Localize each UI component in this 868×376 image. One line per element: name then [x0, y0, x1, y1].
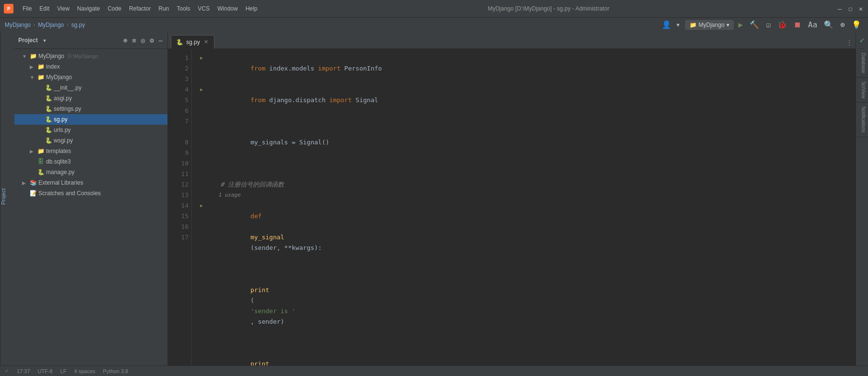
menu-code[interactable]: Code: [104, 3, 125, 14]
status-position[interactable]: 17:37: [17, 368, 30, 374]
project-panel-label[interactable]: Project: [0, 32, 14, 365]
panel-tab-database[interactable]: Database: [856, 49, 868, 78]
keyword: import: [329, 96, 352, 104]
panel-tab-notifications[interactable]: Notifications: [856, 103, 868, 137]
tree-item-asgi[interactable]: 🐍 asgi.py: [14, 93, 167, 104]
breadcrumb-current[interactable]: sg.py: [71, 22, 85, 28]
tree-item-templates[interactable]: ▶ 📁 templates: [14, 146, 167, 156]
menu-navigate[interactable]: Navigate: [74, 3, 103, 14]
breadcrumb-middle[interactable]: MyDjango: [38, 22, 64, 28]
code-line-6: [198, 169, 856, 179]
locate-file-icon[interactable]: ◎: [140, 35, 146, 45]
tree-label-index: index: [46, 63, 60, 70]
status-encoding[interactable]: UTF-8: [38, 368, 53, 374]
settings-icon[interactable]: ⚙: [149, 35, 155, 45]
search-button[interactable]: 🔍: [822, 19, 835, 30]
tab-bar: 🐍 sg.py ✕ ⋮: [168, 32, 856, 49]
code-text-7-comment: # 注册信号的回调函数: [205, 179, 856, 190]
code-line-3: [198, 116, 856, 127]
tree-label-wsgi: wsgi.py: [54, 137, 73, 144]
panel-tab-sciview[interactable]: SciView: [856, 78, 868, 103]
code-content[interactable]: ▶ from index.models import PersonInfo ▶ …: [192, 49, 856, 365]
tree-item-index[interactable]: ▶ 📁 index: [14, 61, 167, 72]
build-button[interactable]: 🔨: [748, 19, 761, 30]
scratches-icon: 📝: [29, 190, 37, 197]
debug-button[interactable]: 🐞: [775, 19, 789, 30]
tree-label-init: __init__.py: [54, 84, 82, 91]
tree-item-db[interactable]: 🗄 db.sqlite3: [14, 156, 167, 167]
tree-item-sg[interactable]: 🐍 sg.py: [14, 114, 167, 125]
code-text-7-usage: 1 usage: [205, 190, 856, 200]
status-indent[interactable]: 4 spaces: [74, 368, 95, 374]
sidebar-title: Project: [18, 37, 38, 44]
stop-button[interactable]: ⏹: [792, 19, 803, 30]
status-line-sep[interactable]: LF: [60, 368, 67, 374]
tab-file-icon: 🐍: [176, 39, 183, 46]
run-button[interactable]: ▶: [737, 19, 745, 30]
code-line-2: ▶ from django.dispatch import Signal: [198, 84, 856, 116]
tree-label-scratches: Scratches and Consoles: [38, 190, 101, 197]
keyword: import: [318, 65, 341, 72]
menu-tools[interactable]: Tools: [173, 3, 193, 14]
menu-vcs[interactable]: VCS: [194, 3, 213, 14]
close-button[interactable]: ✕: [857, 5, 864, 12]
py-file-icon: 🐍: [45, 84, 52, 91]
sidebar-header-actions: ⊕ ≡ ◎ ⚙ —: [121, 35, 164, 45]
minimize-button[interactable]: —: [836, 5, 843, 12]
tree-item-scratches[interactable]: 📝 Scratches and Consoles: [14, 188, 167, 199]
tab-sg-py[interactable]: 🐍 sg.py ✕: [171, 35, 214, 48]
py-file-icon: 🐍: [45, 106, 52, 112]
coverage-button[interactable]: ☑: [764, 19, 773, 30]
folder-icon: 📁: [37, 74, 45, 81]
breadcrumb-root[interactable]: MyDjango: [5, 22, 31, 28]
menu-edit[interactable]: Edit: [36, 3, 53, 14]
tree-item-urls[interactable]: 🐍 urls.py: [14, 125, 167, 135]
add-button[interactable]: ⊕: [838, 19, 847, 30]
py-file-icon: 🐍: [45, 116, 52, 123]
breadcrumb-sep-1: ›: [33, 22, 36, 28]
expand-icon: ▶: [30, 64, 36, 70]
status-lang[interactable]: Python 3.8: [103, 368, 129, 374]
tab-close-button[interactable]: ✕: [203, 38, 209, 46]
py-file-icon: 🐍: [45, 127, 52, 133]
tree-item-manage[interactable]: 🐍 manage.py: [14, 167, 167, 177]
close-sidebar-icon[interactable]: —: [158, 35, 164, 45]
tree-item-init[interactable]: 🐍 __init__.py: [14, 82, 167, 93]
tree-item-settings[interactable]: 🐍 settings.py: [14, 104, 167, 114]
tree-label-root: MyDjango: [38, 53, 64, 59]
function-name: my_signal: [250, 234, 284, 241]
gutter-icon-2: ▶: [198, 84, 205, 95]
plain: [250, 223, 254, 230]
tree-item-wsgi[interactable]: 🐍 wsgi.py: [14, 135, 167, 146]
tree-label-templates: templates: [46, 148, 71, 154]
folder-icon: 📁: [29, 53, 37, 59]
project-name: MyDjango: [699, 22, 725, 28]
tree-item-mydjango-folder[interactable]: ▼ 📁 MyDjango: [14, 72, 167, 82]
user-icon[interactable]: 👤 ▾: [660, 19, 682, 30]
tab-bar-right: ⋮: [846, 39, 853, 48]
menu-view[interactable]: View: [54, 3, 73, 14]
collapse-all-icon[interactable]: ≡: [131, 35, 137, 45]
sidebar-dropdown-icon[interactable]: ▾: [42, 35, 48, 45]
keyword-def: def: [250, 212, 262, 220]
project-folder-icon: 📁: [690, 22, 697, 28]
maximize-button[interactable]: ☐: [847, 5, 854, 12]
new-file-icon[interactable]: ⊕: [122, 35, 128, 45]
menu-file[interactable]: File: [19, 3, 35, 14]
menu-run[interactable]: Run: [155, 3, 172, 14]
far-right-panel: ✓ Database SciView Notifications: [856, 32, 868, 365]
project-selector[interactable]: 📁 MyDjango ▾: [685, 20, 734, 30]
translate-button[interactable]: Aa: [806, 19, 819, 30]
tree-item-external[interactable]: ▶ 📚 External Libraries: [14, 177, 167, 188]
menu-help[interactable]: Help: [242, 3, 261, 14]
gutter-icon-8: ▶: [198, 200, 205, 211]
tab-options-icon[interactable]: ⋮: [846, 39, 853, 47]
tip-button[interactable]: 💡: [850, 19, 863, 30]
menu-refactor[interactable]: Refactor: [126, 3, 154, 14]
menu-window[interactable]: Window: [214, 3, 241, 14]
tree-label-urls: urls.py: [54, 127, 71, 133]
tree-item-root[interactable]: ▼ 📁 MyDjango D:\MyDjango: [14, 51, 167, 61]
code-line-9: print ( 'sender is ' , sender): [198, 264, 856, 338]
sidebar-header: Project ▾ ⊕ ≡ ◎ ⚙ —: [14, 32, 167, 49]
fn-print2: print: [250, 360, 269, 365]
